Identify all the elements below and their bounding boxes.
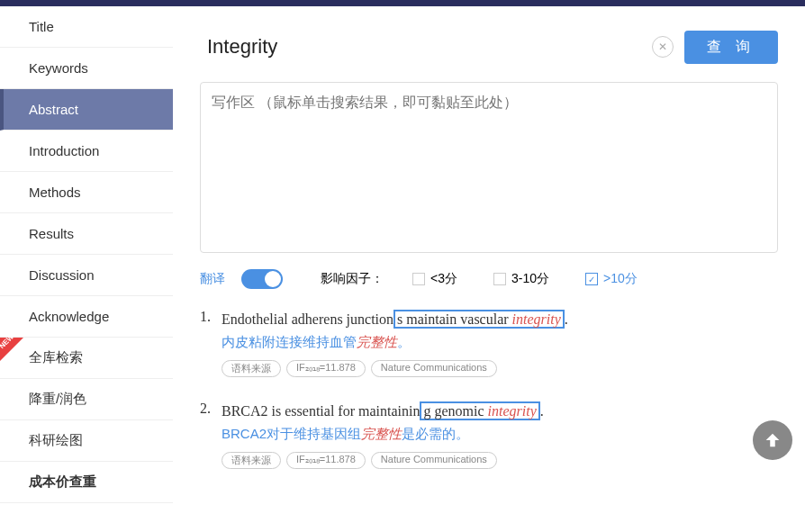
search-input[interactable]: [200, 28, 652, 66]
result-tags: 语料来源 IF₂₀₁₈=11.878 Nature Communications: [222, 360, 778, 377]
tag-journal[interactable]: Nature Communications: [371, 360, 497, 377]
impact-factor-label: 影响因子：: [321, 271, 384, 287]
result-sentence: Endothelial adherens junctions maintain …: [222, 309, 778, 330]
sidebar-item-abstract[interactable]: Abstract: [0, 89, 173, 131]
tag-journal[interactable]: Nature Communications: [371, 452, 497, 469]
filter-row: 翻译 影响因子： <3分 3-10分 ✓>10分: [200, 269, 778, 289]
result-number: 1.: [200, 309, 222, 377]
sidebar-item-keywords[interactable]: Keywords: [0, 48, 173, 89]
translate-label: 翻译: [200, 271, 225, 287]
checkbox-checked-icon: ✓: [585, 273, 598, 285]
result-translation: 内皮粘附连接维持血管完整性。: [222, 334, 778, 351]
checkbox-icon: [412, 273, 425, 285]
tag-if[interactable]: IF₂₀₁₈=11.878: [286, 452, 366, 469]
sidebar-item-title[interactable]: Title: [0, 6, 173, 48]
result-item[interactable]: 1. Endothelial adherens junctions mainta…: [200, 309, 778, 377]
top-bar: [0, 0, 805, 6]
result-item[interactable]: 2. BRCA2 is essential for maintaining ge…: [200, 401, 778, 469]
highlight-box: s maintain vascular integrity: [393, 310, 565, 329]
sidebar-item-results[interactable]: Results: [0, 213, 173, 255]
clear-button[interactable]: ✕: [652, 36, 674, 58]
result-sentence: BRCA2 is essential for maintaining genom…: [222, 401, 778, 422]
result-number: 2.: [200, 401, 222, 469]
sidebar-item-discussion[interactable]: Discussion: [0, 255, 173, 296]
sidebar: Title Keywords Abstract Introduction Met…: [0, 6, 173, 532]
highlight-box: g genomic integrity: [420, 401, 539, 420]
sidebar-item-rewrite[interactable]: 降重/润色: [0, 379, 173, 420]
sidebar-item-plagiarism[interactable]: 成本价查重: [0, 462, 173, 503]
if-filter-lt3[interactable]: <3分: [412, 271, 457, 287]
tag-source[interactable]: 语料来源: [222, 360, 281, 377]
tag-source[interactable]: 语料来源: [222, 452, 281, 469]
main-panel: ✕ 查 询 翻译 影响因子： <3分 3-10分 ✓>10分 1. Endoth…: [173, 6, 805, 532]
sidebar-item-methods[interactable]: Methods: [0, 172, 173, 213]
sidebar-item-acknowledge[interactable]: Acknowledge: [0, 296, 173, 338]
if-filter-gt10[interactable]: ✓>10分: [585, 271, 638, 287]
sidebar-item-figures[interactable]: 科研绘图: [0, 420, 173, 462]
write-area[interactable]: [200, 82, 778, 253]
result-tags: 语料来源 IF₂₀₁₈=11.878 Nature Communications: [222, 452, 778, 469]
translate-toggle[interactable]: [241, 269, 283, 289]
sidebar-item-introduction[interactable]: Introduction: [0, 131, 173, 172]
arrow-up-icon: [763, 430, 782, 450]
sidebar-item-full-search[interactable]: NEW 全库检索: [0, 338, 173, 379]
new-badge: NEW: [0, 338, 23, 361]
if-filter-3-10[interactable]: 3-10分: [493, 271, 549, 287]
scroll-top-button[interactable]: [753, 420, 792, 460]
results-list: 1. Endothelial adherens junctions mainta…: [200, 309, 778, 492]
close-icon: ✕: [658, 41, 667, 53]
tag-if[interactable]: IF₂₀₁₈=11.878: [286, 360, 366, 377]
query-button[interactable]: 查 询: [684, 31, 778, 64]
result-translation: BRCA2对于维持基因组完整性是必需的。: [222, 426, 778, 443]
checkbox-icon: [493, 273, 506, 285]
